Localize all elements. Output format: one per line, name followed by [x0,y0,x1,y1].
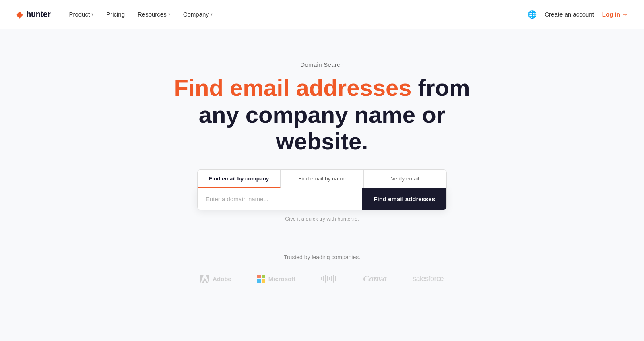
nav-item-pricing[interactable]: Pricing [101,8,130,21]
main-content: Domain Search Find email addresses from … [0,29,644,222]
microsoft-icon [257,275,265,283]
search-box: Find email addresses [197,188,447,210]
quick-try-text: Give it a quick try with hunter.io. [197,216,447,222]
create-account-button[interactable]: Create an account [545,11,594,18]
chevron-down-icon: ▾ [211,12,213,17]
tab-find-by-company[interactable]: Find email by company [198,170,281,188]
adobe-logo: Adobe [200,274,231,283]
chevron-down-icon: ▾ [91,12,93,17]
cisco-logo [321,275,337,283]
svg-rect-2 [325,275,326,283]
salesforce-logo: salesforce [413,275,444,283]
cisco-icon [321,275,337,283]
nav-links: Product ▾ Pricing Resources ▾ Company ▾ [63,8,528,21]
brand-logo[interactable]: ◆ hunter [16,9,50,20]
find-emails-button[interactable]: Find email addresses [362,188,446,210]
svg-rect-0 [321,277,322,280]
tab-find-by-name[interactable]: Find email by name [281,170,363,188]
microsoft-logo: Microsoft [257,275,296,283]
svg-rect-1 [323,276,324,281]
nav-item-company[interactable]: Company ▾ [178,8,218,21]
search-tabs: Find email by company Find email by name… [197,169,447,188]
logo-icon: ◆ [16,9,23,20]
company-logos: Adobe Microsoft [200,273,444,284]
hero-title-highlight: Find email addresses [174,74,412,101]
nav-item-product[interactable]: Product ▾ [63,8,99,21]
adobe-icon [200,274,209,283]
chevron-down-icon: ▾ [168,12,170,17]
hero-title: Find email addresses from any company na… [161,74,483,155]
login-button[interactable]: Log in → [602,11,628,18]
nav-item-resources[interactable]: Resources ▾ [132,8,176,21]
svg-rect-3 [327,276,328,281]
navbar: ◆ hunter Product ▾ Pricing Resources ▾ C… [0,0,644,29]
nav-right: 🌐 Create an account Log in → [528,10,628,19]
domain-search-input[interactable] [198,188,362,210]
hero-subtitle: Domain Search [300,61,343,68]
quick-try-link[interactable]: hunter.io [337,216,357,222]
svg-rect-4 [329,277,330,280]
trusted-label: Trusted by leading companies. [284,254,360,260]
svg-rect-6 [333,275,334,283]
svg-rect-7 [335,276,336,281]
canva-logo: Canva [363,273,387,284]
logo-text: hunter [26,10,50,19]
trusted-section: Trusted by leading companies. Adobe Micr… [0,254,644,300]
svg-rect-5 [331,276,332,281]
language-button[interactable]: 🌐 [528,10,537,19]
tab-verify-email[interactable]: Verify email [364,170,446,188]
search-container: Find email by company Find email by name… [197,169,447,222]
